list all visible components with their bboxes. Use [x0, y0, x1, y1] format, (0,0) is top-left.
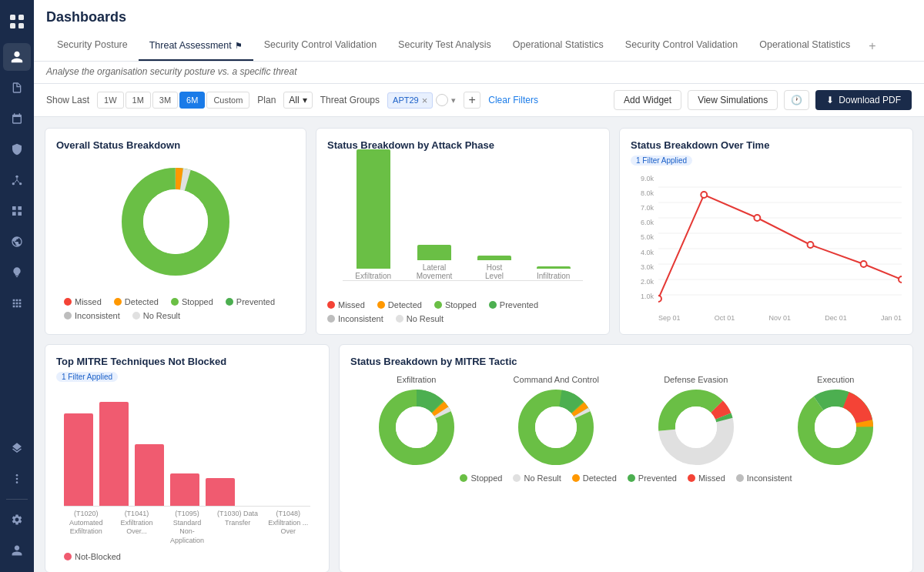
svg-point-29 — [899, 276, 902, 283]
sidebar-bulb-icon[interactable] — [3, 259, 31, 286]
svg-point-24 — [658, 296, 661, 302]
widget-overall-status: Overall Status Breakdown — [45, 128, 306, 335]
sidebar-settings-icon[interactable] — [3, 506, 31, 534]
mitre-label-t1095: (T1095) Standard Non-Application — [165, 510, 209, 546]
add-filter-button[interactable]: + — [464, 92, 480, 109]
mitre-bar-t1095 — [135, 444, 164, 506]
legend-not-blocked: Not-Blocked — [64, 552, 121, 561]
sidebar-grid-icon[interactable] — [3, 197, 31, 225]
history-button[interactable]: 🕐 — [784, 90, 809, 110]
download-pdf-button[interactable]: ⬇ Download PDF — [815, 90, 912, 110]
content-area: Overall Status Breakdown — [34, 117, 924, 572]
line-chart-svg — [658, 172, 902, 310]
time-1m-button[interactable]: 1M — [126, 92, 151, 109]
attack-phase-bars: Exfiltration LateralMovement HostLevel — [327, 157, 598, 280]
tactic-execution-donut — [797, 389, 874, 466]
time-3m-button[interactable]: 3M — [152, 92, 178, 109]
svg-rect-3 — [18, 23, 24, 28]
widgets-row-1: Overall Status Breakdown — [45, 128, 913, 335]
bar-lateral: LateralMovement — [417, 245, 453, 280]
bar-infiltration: Infiltration — [537, 266, 571, 280]
widgets-row-2: Top MITRE Techniques Not Blocked 1 Filte… — [45, 344, 913, 572]
tab-security-posture[interactable]: Security Posture — [46, 32, 139, 61]
mitre-bar-t1020 — [64, 413, 93, 506]
legend-detected: Detected — [114, 297, 159, 306]
show-last-label: Show Last — [46, 95, 89, 105]
sidebar-layers-icon[interactable] — [3, 434, 31, 462]
tactic-command-donut — [517, 389, 594, 466]
legend-stopped-ap: Stopped — [434, 300, 477, 309]
sidebar-globe-icon[interactable] — [3, 228, 31, 256]
mitre-legend: Not-Blocked — [56, 552, 318, 561]
bar-lateral-label: LateralMovement — [417, 263, 453, 280]
sidebar-calendar-icon[interactable] — [3, 105, 31, 132]
tab-operational-statistics-2[interactable]: Operational Statistics — [748, 32, 861, 61]
widget-mitre-tactic: Status Breakdown by MITRE Tactic Exfiltr… — [339, 344, 913, 572]
time-1w-button[interactable]: 1W — [97, 92, 124, 109]
sidebar-document-icon[interactable] — [3, 74, 31, 102]
plan-select[interactable]: All ▾ — [283, 92, 312, 109]
svg-rect-0 — [10, 15, 15, 20]
widget-overall-status-title: Overall Status Breakdown — [56, 139, 295, 151]
threat-color-swatch[interactable] — [436, 94, 448, 106]
svg-point-26 — [754, 215, 760, 221]
tab-threat-assessment[interactable]: Threat Assessment ⚑ — [139, 32, 253, 61]
threat-tag-remove-icon[interactable]: × — [422, 95, 428, 106]
mitre-label-t1048: (T1048) Exfiltration ... Over — [266, 510, 310, 546]
mitre-bar-t1041-fill — [99, 402, 129, 506]
threat-group-filter: APT29 × ▾ — [387, 92, 456, 109]
tab-add-button[interactable]: + — [861, 32, 883, 61]
not-blocked-dot — [64, 553, 72, 560]
legend-detected-t: Detected — [572, 473, 617, 483]
sidebar-network-icon[interactable] — [3, 166, 31, 194]
view-simulations-button[interactable]: View Simulations — [688, 90, 778, 110]
legend-stopped-t: Stopped — [460, 473, 502, 483]
no-result-dot — [132, 312, 140, 319]
legend-missed-ap: Missed — [327, 300, 365, 309]
app-title: Dashboards — [46, 0, 912, 32]
threat-dropdown-icon[interactable]: ▾ — [451, 95, 456, 105]
clear-filters-button[interactable]: Clear Filters — [488, 95, 538, 105]
detected-dot — [114, 298, 122, 306]
tab-bar: Security Posture Threat Assessment ⚑ Sec… — [46, 32, 912, 61]
tab-operational-statistics-1[interactable]: Operational Statistics — [502, 32, 614, 61]
widget-status-over-time: Status Breakdown Over Time 1 Filter Appl… — [619, 128, 913, 335]
overall-status-donut — [56, 154, 295, 289]
bar-host-label: HostLevel — [485, 263, 504, 280]
sidebar-more-icon[interactable] — [3, 465, 31, 493]
tab-security-control-validation-1[interactable]: Security Control Validation — [253, 32, 387, 61]
svg-point-8 — [16, 478, 18, 480]
add-widget-button[interactable]: Add Widget — [614, 90, 681, 110]
toolbar-actions: Add Widget View Simulations 🕐 ⬇ Download… — [614, 90, 912, 110]
svg-point-15 — [143, 189, 208, 254]
threat-tag-apt29[interactable]: APT29 × — [387, 92, 433, 109]
sidebar-profile-icon[interactable] — [3, 537, 31, 564]
mitre-bars — [56, 394, 318, 506]
time-custom-button[interactable]: Custom — [206, 92, 249, 109]
bar-exfiltration-fill — [357, 149, 390, 269]
time-6m-button[interactable]: 6M — [179, 92, 205, 109]
svg-point-25 — [701, 192, 707, 198]
sidebar-shield-icon[interactable] — [3, 135, 31, 163]
svg-point-28 — [861, 261, 867, 267]
legend-stopped: Stopped — [171, 297, 213, 306]
mitre-labels: (T1020) Automated Exfiltration (T1041) E… — [56, 507, 318, 546]
sidebar-apps-icon[interactable] — [3, 289, 31, 317]
mitre-bar-t1030 — [170, 473, 199, 506]
y-axis-labels: 9.0k 8.0k 7.0k 6.0k 5.0k 4.0k 3.0k 2.0k … — [631, 172, 654, 310]
tactic-command-control: Command And Control — [490, 375, 623, 466]
overall-status-legend: Missed Detected Stopped Prevented — [56, 297, 295, 320]
plan-label: Plan — [257, 95, 276, 105]
mitre-bar-t1048 — [206, 478, 235, 506]
toolbar: Show Last 1W 1M 3M 6M Custom Plan All ▾ … — [34, 84, 924, 117]
bar-host-fill — [477, 256, 511, 260]
plan-chevron-icon: ▾ — [303, 95, 307, 105]
tab-security-test-analysis[interactable]: Security Test Analysis — [387, 32, 502, 61]
widget-mitre-title: Top MITRE Techniques Not Blocked — [56, 356, 318, 367]
legend-detected-ap: Detected — [377, 300, 422, 309]
app-logo-icon[interactable] — [3, 8, 31, 35]
svg-point-27 — [808, 242, 814, 248]
sidebar-user-icon[interactable] — [3, 43, 31, 71]
widget-mitre-techniques: Top MITRE Techniques Not Blocked 1 Filte… — [45, 344, 330, 572]
tab-security-control-validation-2[interactable]: Security Control Validation — [614, 32, 748, 61]
